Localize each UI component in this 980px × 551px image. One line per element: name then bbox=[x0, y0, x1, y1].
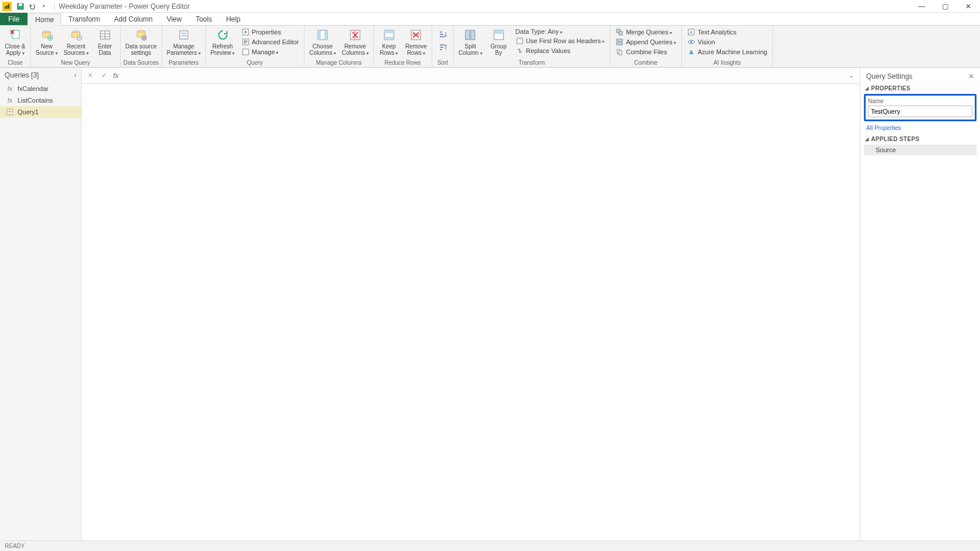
remove-rows-label: RemoveRows bbox=[405, 43, 427, 57]
manage-parameters-label: ManageParameters bbox=[167, 43, 201, 57]
close-apply-button[interactable]: Close &Apply bbox=[2, 27, 28, 58]
append-queries-button[interactable]: Append Queries bbox=[614, 37, 678, 47]
step-source[interactable]: Source bbox=[864, 145, 977, 155]
tab-transform[interactable]: Transform bbox=[61, 13, 107, 25]
azure-ml-label: Azure Machine Learning bbox=[698, 48, 767, 55]
properties-icon bbox=[242, 28, 250, 36]
query-item-label: fxCalendar bbox=[18, 85, 48, 92]
split-column-button[interactable]: SplitColumn bbox=[456, 27, 485, 58]
minimize-button[interactable]: ― bbox=[910, 0, 933, 13]
keep-rows-button[interactable]: KeepRows bbox=[376, 27, 402, 58]
close-button[interactable]: ✕ bbox=[957, 0, 980, 13]
svg-rect-33 bbox=[324, 30, 327, 40]
group-label-reduce-rows: Reduce Rows bbox=[376, 59, 429, 67]
remove-rows-icon bbox=[409, 28, 423, 42]
manage-button[interactable]: Manage bbox=[240, 47, 301, 57]
first-row-headers-button[interactable]: Use First Row as Headers bbox=[514, 36, 607, 45]
combine-files-button[interactable]: Combine Files bbox=[614, 47, 678, 57]
remove-rows-button[interactable]: RemoveRows bbox=[403, 27, 429, 58]
query-item-label: ListContains bbox=[18, 97, 53, 104]
undo-icon[interactable] bbox=[28, 2, 36, 10]
group-label-combine: Combine bbox=[612, 59, 679, 67]
maximize-button[interactable]: ▢ bbox=[933, 0, 957, 13]
query-item-fxcalendar[interactable]: fx fxCalendar bbox=[0, 83, 81, 94]
sort-desc-button[interactable] bbox=[437, 42, 449, 54]
split-column-icon bbox=[463, 28, 477, 42]
new-source-label: NewSource bbox=[36, 43, 58, 57]
cancel-formula-icon[interactable]: ✕ bbox=[85, 71, 94, 80]
new-source-icon bbox=[40, 28, 54, 42]
sort-asc-button[interactable] bbox=[437, 29, 449, 41]
group-label-new-query: New Query bbox=[33, 59, 118, 67]
group-label-parameters: Parameters bbox=[164, 59, 203, 67]
vision-button[interactable]: Vision bbox=[685, 37, 769, 47]
new-source-button[interactable]: NewSource bbox=[33, 27, 60, 58]
choose-columns-button[interactable]: ChooseColumns bbox=[307, 27, 338, 58]
tab-tools[interactable]: Tools bbox=[188, 13, 219, 25]
manage-parameters-button[interactable]: ManageParameters bbox=[164, 27, 203, 58]
query-item-label: Query1 bbox=[18, 108, 38, 115]
tab-file[interactable]: File bbox=[0, 13, 27, 25]
close-settings-icon[interactable]: ✕ bbox=[968, 72, 974, 80]
tab-home[interactable]: Home bbox=[27, 13, 61, 26]
first-row-headers-label: Use First Row as Headers bbox=[526, 37, 605, 44]
collapse-triangle-icon: ◢ bbox=[865, 136, 869, 142]
tab-help[interactable]: Help bbox=[219, 13, 247, 25]
enter-data-icon bbox=[98, 28, 112, 42]
properties-section-header[interactable]: ◢ PROPERTIES bbox=[860, 84, 980, 93]
headers-icon bbox=[516, 37, 524, 45]
group-label-data-sources: Data Sources bbox=[123, 59, 159, 67]
tab-view[interactable]: View bbox=[160, 13, 189, 25]
recent-sources-button[interactable]: RecentSources bbox=[61, 27, 91, 58]
text-analytics-label: Text Analytics bbox=[698, 29, 737, 36]
merge-queries-button[interactable]: Merge Queries bbox=[614, 27, 678, 37]
svg-rect-32 bbox=[318, 30, 321, 40]
svg-rect-46 bbox=[517, 38, 523, 40]
data-source-settings-button[interactable]: Data sourcesettings bbox=[123, 27, 159, 57]
svg-rect-1 bbox=[5, 6, 6, 9]
merge-icon bbox=[615, 28, 624, 36]
collapse-queries-icon[interactable]: ‹ bbox=[74, 71, 76, 79]
window-title: Weekday Parameter - Power Query Editor bbox=[59, 2, 190, 10]
query-name-input[interactable] bbox=[868, 106, 972, 117]
replace-icon bbox=[516, 47, 524, 55]
applied-steps-label: APPLIED STEPS bbox=[871, 136, 919, 142]
save-icon[interactable] bbox=[16, 2, 24, 10]
data-type-button[interactable]: Data Type: Any bbox=[514, 27, 607, 36]
svg-rect-41 bbox=[466, 30, 470, 40]
replace-values-button[interactable]: Replace Values bbox=[514, 46, 607, 55]
close-apply-icon bbox=[8, 28, 22, 42]
vision-label: Vision bbox=[698, 38, 715, 45]
advanced-editor-button[interactable]: Advanced Editor bbox=[240, 37, 301, 47]
svg-rect-30 bbox=[243, 49, 249, 55]
data-type-label: Data Type: Any bbox=[516, 28, 563, 35]
formula-dropdown-icon[interactable]: ⌄ bbox=[846, 72, 856, 79]
replace-values-label: Replace Values bbox=[526, 47, 570, 54]
merge-queries-label: Merge Queries bbox=[626, 29, 672, 36]
enter-data-button[interactable]: EnterData bbox=[92, 27, 118, 57]
table-icon bbox=[6, 108, 14, 116]
svg-rect-2 bbox=[6, 5, 8, 9]
query-item-query1[interactable]: Query1 bbox=[0, 106, 81, 118]
svg-rect-44 bbox=[494, 30, 503, 34]
qat-dropdown-icon[interactable]: ▾ bbox=[40, 2, 48, 10]
text-analytics-button[interactable]: AText Analytics bbox=[685, 27, 769, 37]
remove-columns-button[interactable]: RemoveColumns bbox=[340, 27, 371, 58]
azure-ml-button[interactable]: Azure Machine Learning bbox=[685, 47, 769, 57]
svg-text:A: A bbox=[690, 30, 693, 35]
status-text: READY bbox=[5, 543, 24, 549]
query-settings-header: Query Settings ✕ bbox=[860, 70, 980, 84]
title-bar: ▾ | Weekday Parameter - Power Query Edit… bbox=[0, 0, 980, 13]
query-item-listcontains[interactable]: fx ListContains bbox=[0, 94, 81, 106]
all-properties-link[interactable]: All Properties bbox=[860, 124, 980, 135]
applied-steps-section-header[interactable]: ◢ APPLIED STEPS bbox=[860, 135, 980, 143]
formula-input[interactable] bbox=[123, 70, 842, 82]
enter-formula-icon[interactable]: ✓ bbox=[99, 71, 108, 80]
group-by-button[interactable]: GroupBy bbox=[486, 27, 512, 57]
properties-button[interactable]: Properties bbox=[240, 27, 301, 37]
tab-add-column[interactable]: Add Column bbox=[107, 13, 160, 25]
keep-rows-icon bbox=[382, 28, 396, 42]
fx-icon[interactable]: fx bbox=[113, 72, 118, 80]
group-by-icon bbox=[492, 28, 506, 42]
refresh-preview-button[interactable]: RefreshPreview bbox=[208, 27, 237, 58]
